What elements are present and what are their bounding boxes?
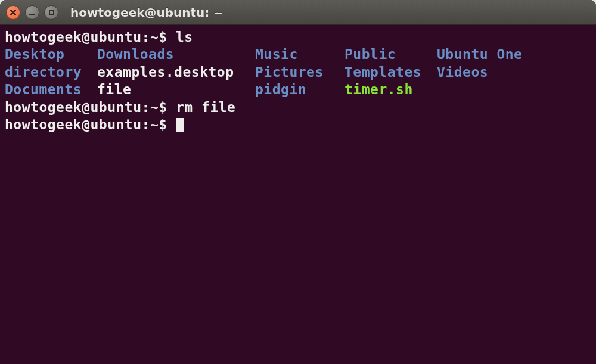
window-buttons <box>6 5 58 20</box>
prompt-line-2: howtogeek@ubuntu:~$ rm file <box>5 99 235 115</box>
ls-item: Desktop <box>5 46 97 63</box>
command-rm: rm file <box>176 99 235 115</box>
minimize-icon[interactable] <box>25 5 39 20</box>
terminal-window: howtogeek@ubuntu: ~ howtogeek@ubuntu:~$ … <box>0 0 596 364</box>
terminal-body[interactable]: howtogeek@ubuntu:~$ ls DesktopDownloadsM… <box>0 25 596 364</box>
ls-item: Public <box>344 46 437 63</box>
maximize-icon[interactable] <box>44 5 58 20</box>
ls-item <box>437 81 591 98</box>
ls-item: examples.desktop <box>97 64 255 81</box>
titlebar[interactable]: howtogeek@ubuntu: ~ <box>0 0 596 25</box>
prompt-line-1: howtogeek@ubuntu:~$ ls <box>5 29 193 45</box>
ls-output: DesktopDownloadsMusicPublicUbuntu Onedir… <box>5 46 591 98</box>
command-ls: ls <box>176 29 193 45</box>
ls-item: Pictures <box>255 64 344 81</box>
ls-item: Videos <box>437 64 591 81</box>
ls-item: Templates <box>344 64 437 81</box>
ls-item: Documents <box>5 81 97 98</box>
ls-item: directory <box>5 64 97 81</box>
ls-item: pidgin <box>255 81 344 98</box>
cursor-icon <box>176 118 184 132</box>
close-icon[interactable] <box>6 5 20 20</box>
ls-item: Music <box>255 46 344 63</box>
ls-item: timer.sh <box>344 81 437 98</box>
ls-item: file <box>97 81 255 98</box>
prompt-user: howtogeek@ubuntu <box>5 29 142 45</box>
ls-item: Downloads <box>97 46 255 63</box>
prompt-line-3: howtogeek@ubuntu:~$ <box>5 117 184 132</box>
ls-item: Ubuntu One <box>437 46 591 63</box>
window-title: howtogeek@ubuntu: ~ <box>70 5 224 20</box>
